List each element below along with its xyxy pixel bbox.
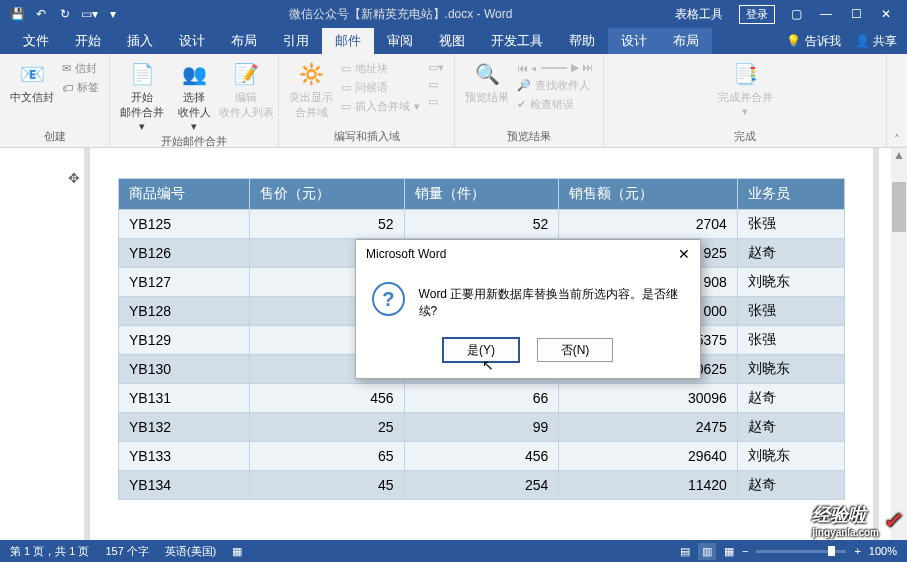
redo-icon[interactable]: ↻: [54, 3, 76, 25]
zoom-in-icon[interactable]: +: [854, 545, 860, 557]
zoom-level[interactable]: 100%: [869, 545, 897, 557]
envelope-button[interactable]: ✉信封: [60, 60, 101, 77]
table-row[interactable]: YB13225992475赵奇: [119, 413, 845, 442]
tab-layout[interactable]: 布局: [218, 28, 270, 54]
table-row[interactable]: YB1344525411420赵奇: [119, 471, 845, 500]
rules-button[interactable]: ▭▾: [426, 60, 446, 75]
scrollbar-thumb[interactable]: [892, 182, 906, 232]
update-labels-button[interactable]: ▭: [426, 94, 446, 109]
page-indicator[interactable]: 第 1 页，共 1 页: [10, 544, 89, 559]
zoom-out-icon[interactable]: −: [742, 545, 748, 557]
login-button[interactable]: 登录: [739, 5, 775, 24]
table-cell[interactable]: 30096: [559, 384, 738, 413]
finish-merge-button[interactable]: 📑完成并合并▾: [721, 58, 769, 118]
tab-view[interactable]: 视图: [426, 28, 478, 54]
table-cell[interactable]: 25: [249, 413, 404, 442]
tab-mailings[interactable]: 邮件: [322, 28, 374, 54]
table-cell[interactable]: YB127: [119, 268, 250, 297]
table-header[interactable]: 销售额（元）: [559, 179, 738, 210]
save-icon[interactable]: 💾: [6, 3, 28, 25]
table-cell[interactable]: 刘晓东: [737, 355, 844, 384]
close-icon[interactable]: ✕: [871, 3, 901, 25]
table-cell[interactable]: 张强: [737, 210, 844, 239]
table-cell[interactable]: 张强: [737, 297, 844, 326]
table-cell[interactable]: 刘晓东: [737, 442, 844, 471]
start-merge-button[interactable]: 📄开始 邮件合并▾: [118, 58, 166, 133]
no-button[interactable]: 否(N): [537, 338, 613, 362]
vertical-scrollbar[interactable]: ▲: [891, 148, 907, 540]
table-cell[interactable]: 45: [249, 471, 404, 500]
table-cell[interactable]: YB132: [119, 413, 250, 442]
table-header[interactable]: 销量（件）: [404, 179, 559, 210]
table-row[interactable]: YB1314566630096赵奇: [119, 384, 845, 413]
record-nav[interactable]: ⏮ ◀ ▶ ⏭: [515, 60, 595, 75]
chinese-envelope-button[interactable]: 📧中文信封: [8, 58, 56, 105]
tab-review[interactable]: 审阅: [374, 28, 426, 54]
table-cell[interactable]: 254: [404, 471, 559, 500]
view-web-icon[interactable]: ▦: [724, 545, 734, 558]
insert-field-button[interactable]: ▭插入合并域 ▾: [339, 98, 422, 115]
table-cell[interactable]: YB126: [119, 239, 250, 268]
tab-home[interactable]: 开始: [62, 28, 114, 54]
table-cell[interactable]: 2475: [559, 413, 738, 442]
table-cell[interactable]: YB128: [119, 297, 250, 326]
tab-help[interactable]: 帮助: [556, 28, 608, 54]
greeting-button[interactable]: ▭问候语: [339, 79, 422, 96]
tab-table-layout[interactable]: 布局: [660, 28, 712, 54]
check-errors-button[interactable]: ✔检查错误: [515, 96, 595, 113]
view-print-icon[interactable]: ▥: [698, 543, 716, 560]
collapse-ribbon-icon[interactable]: ˄: [887, 54, 907, 147]
edit-recipients-button[interactable]: 📝编辑 收件人列表: [222, 58, 270, 120]
repeat-icon[interactable]: ▭▾: [78, 3, 100, 25]
minimize-icon[interactable]: —: [811, 3, 841, 25]
table-cell[interactable]: 赵奇: [737, 413, 844, 442]
qat-customize-icon[interactable]: ▾: [102, 3, 124, 25]
maximize-icon[interactable]: ☐: [841, 3, 871, 25]
table-cell[interactable]: 29640: [559, 442, 738, 471]
tab-file[interactable]: 文件: [10, 28, 62, 54]
table-cell[interactable]: 张强: [737, 326, 844, 355]
table-cell[interactable]: 65: [249, 442, 404, 471]
tab-devtools[interactable]: 开发工具: [478, 28, 556, 54]
tab-references[interactable]: 引用: [270, 28, 322, 54]
table-cell[interactable]: 52: [249, 210, 404, 239]
table-header[interactable]: 业务员: [737, 179, 844, 210]
table-cell[interactable]: YB129: [119, 326, 250, 355]
word-count[interactable]: 157 个字: [105, 544, 148, 559]
table-row[interactable]: YB1336545629640刘晓东: [119, 442, 845, 471]
select-recipients-button[interactable]: 👥选择 收件人▾: [170, 58, 218, 133]
find-recipient-button[interactable]: 🔎查找收件人: [515, 77, 595, 94]
tab-table-design[interactable]: 设计: [608, 28, 660, 54]
undo-icon[interactable]: ↶: [30, 3, 52, 25]
language-indicator[interactable]: 英语(美国): [165, 544, 216, 559]
table-cell[interactable]: YB130: [119, 355, 250, 384]
zoom-slider[interactable]: [756, 550, 846, 553]
table-cell[interactable]: 赵奇: [737, 239, 844, 268]
table-cell[interactable]: 赵奇: [737, 384, 844, 413]
table-cell[interactable]: 456: [249, 384, 404, 413]
table-row[interactable]: YB12552522704张强: [119, 210, 845, 239]
table-cell[interactable]: 66: [404, 384, 559, 413]
address-block-button[interactable]: ▭地址块: [339, 60, 422, 77]
table-cell[interactable]: 456: [404, 442, 559, 471]
preview-results-button[interactable]: 🔍预览结果: [463, 58, 511, 105]
view-read-icon[interactable]: ▤: [680, 545, 690, 558]
table-cell[interactable]: 99: [404, 413, 559, 442]
ribbon-display-icon[interactable]: ▢: [781, 3, 811, 25]
table-cell[interactable]: YB133: [119, 442, 250, 471]
table-cell[interactable]: 52: [404, 210, 559, 239]
table-cell[interactable]: YB125: [119, 210, 250, 239]
highlight-fields-button[interactable]: 🔆突出显示 合并域: [287, 58, 335, 120]
table-cell[interactable]: 2704: [559, 210, 738, 239]
table-cell[interactable]: YB134: [119, 471, 250, 500]
table-cell[interactable]: 11420: [559, 471, 738, 500]
tell-me[interactable]: 💡 告诉我: [786, 33, 840, 50]
table-anchor-icon[interactable]: ✥: [68, 170, 80, 186]
table-cell[interactable]: 赵奇: [737, 471, 844, 500]
yes-button[interactable]: 是(Y)↖: [443, 338, 519, 362]
share-button[interactable]: 👤 共享: [855, 33, 897, 50]
tab-design[interactable]: 设计: [166, 28, 218, 54]
table-cell[interactable]: 刘晓东: [737, 268, 844, 297]
labels-button[interactable]: 🏷标签: [60, 79, 101, 96]
table-header[interactable]: 售价（元）: [249, 179, 404, 210]
